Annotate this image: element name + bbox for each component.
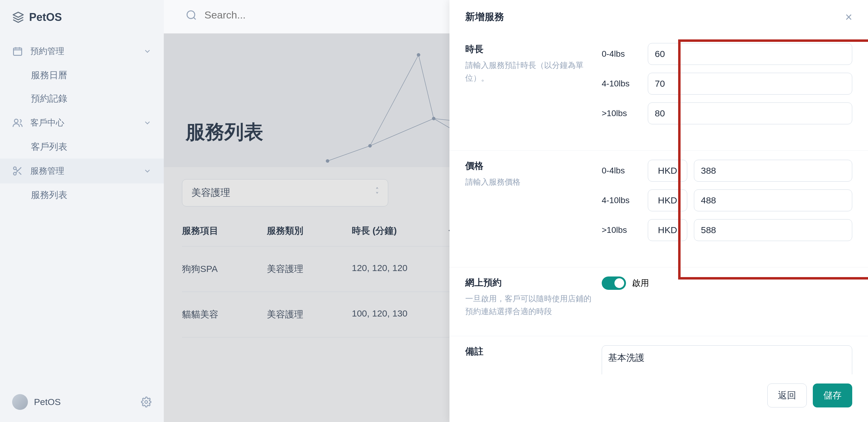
- online-desc: 一旦啟用，客戶可以隨時使用店鋪的預約連結選擇合適的時段: [465, 293, 593, 318]
- nav: 預約管理 服務日曆 預約記錄 客戶中心 客戶列表 服務管理 服務列表: [0, 39, 164, 382]
- svg-point-4: [145, 401, 148, 403]
- nav-label: 預約管理: [30, 45, 64, 57]
- search-input[interactable]: [205, 9, 386, 21]
- duration-desc: 請輸入服務預計時長（以分鐘為單位）。: [465, 59, 593, 84]
- panel-header: 新增服務 ×: [450, 0, 868, 34]
- toggle-label: 啟用: [632, 278, 649, 289]
- section-duration: 時長 請輸入服務預計時長（以分鐘為單位）。 0-4lbs 4-10lbs >10…: [450, 34, 868, 151]
- nav-child-calendar[interactable]: 服務日曆: [0, 64, 164, 87]
- svg-point-3: [14, 172, 17, 175]
- chevron-down-icon: [143, 167, 152, 175]
- price-desc: 請輸入服務價格: [465, 176, 593, 189]
- chevron-down-icon: [143, 47, 152, 56]
- weight-label: 4-10lbs: [602, 196, 641, 205]
- layers-icon: [12, 11, 24, 23]
- currency-display: [648, 160, 687, 182]
- currency-display: [648, 219, 687, 241]
- footer-user: PetOS: [34, 397, 61, 407]
- nav-child-customer-list[interactable]: 客戶列表: [0, 135, 164, 159]
- nav-appointments[interactable]: 預約管理: [0, 39, 164, 64]
- duration-input-2[interactable]: [648, 102, 852, 124]
- duration-input-1[interactable]: [648, 73, 852, 95]
- online-label: 網上預約: [465, 277, 593, 289]
- weight-label: 4-10lbs: [602, 79, 641, 89]
- currency-display: [648, 190, 687, 211]
- price-label: 價格: [465, 160, 593, 172]
- save-button[interactable]: 儲存: [813, 384, 852, 408]
- avatar[interactable]: [12, 394, 28, 410]
- logo: PetOS: [0, 0, 164, 39]
- section-online: 網上預約 一旦啟用，客戶可以隨時使用店鋪的預約連結選擇合適的時段 啟用: [450, 267, 868, 336]
- price-input-0[interactable]: [694, 160, 852, 182]
- chevron-down-icon: [143, 119, 152, 127]
- back-button[interactable]: 返回: [767, 384, 807, 408]
- svg-point-1: [14, 119, 18, 123]
- section-remarks: 備註: [450, 336, 868, 375]
- svg-point-2: [14, 167, 17, 170]
- scissors-icon: [12, 165, 23, 176]
- nav-child-records[interactable]: 預約記錄: [0, 87, 164, 110]
- online-toggle[interactable]: [602, 277, 626, 290]
- weight-label: 0-4lbs: [602, 49, 641, 59]
- add-service-panel: 新增服務 × 時長 請輸入服務預計時長（以分鐘為單位）。 0-4lbs 4-10…: [450, 0, 868, 422]
- price-input-2[interactable]: [694, 219, 852, 241]
- svg-point-5: [187, 11, 195, 18]
- remarks-textarea[interactable]: [602, 345, 852, 375]
- sidebar: PetOS 預約管理 服務日曆 預約記錄 客戶中心 客戶列表 服務管理: [0, 0, 164, 422]
- duration-input-0[interactable]: [648, 43, 852, 65]
- search-icon: [186, 9, 197, 21]
- weight-label: >10lbs: [602, 108, 641, 118]
- sidebar-footer: PetOS: [0, 382, 164, 422]
- remarks-label: 備註: [465, 345, 593, 358]
- weight-label: >10lbs: [602, 225, 641, 235]
- weight-label: 0-4lbs: [602, 166, 641, 175]
- nav-customers[interactable]: 客戶中心: [0, 110, 164, 135]
- nav-label: 客戶中心: [30, 117, 64, 129]
- svg-rect-0: [14, 48, 22, 56]
- nav-services[interactable]: 服務管理: [0, 159, 164, 184]
- price-input-1[interactable]: [694, 190, 852, 211]
- panel-body: 時長 請輸入服務預計時長（以分鐘為單位）。 0-4lbs 4-10lbs >10…: [450, 34, 868, 375]
- duration-label: 時長: [465, 43, 593, 56]
- gear-icon[interactable]: [141, 396, 152, 408]
- app-name: PetOS: [29, 11, 62, 24]
- calendar-icon: [12, 46, 23, 57]
- nav-child-service-list[interactable]: 服務列表: [0, 184, 164, 207]
- panel-footer: 返回 儲存: [450, 375, 868, 422]
- nav-label: 服務管理: [30, 165, 64, 177]
- close-icon[interactable]: ×: [845, 11, 852, 23]
- section-price: 價格 請輸入服務價格 0-4lbs 4-10lbs >10lbs: [450, 151, 868, 267]
- users-icon: [12, 117, 23, 128]
- panel-title: 新增服務: [465, 10, 504, 24]
